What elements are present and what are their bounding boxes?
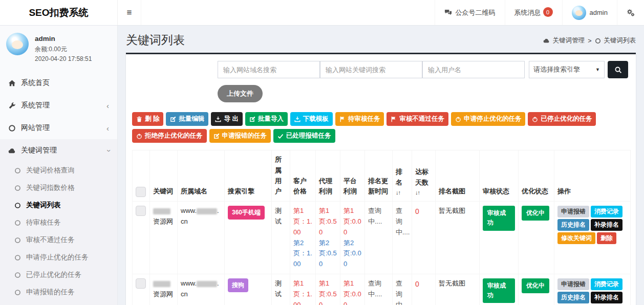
col-audit-status: 审核状态 — [480, 150, 519, 202]
power-icon — [532, 116, 538, 122]
col-rank-update: 排名更新时间 — [365, 150, 393, 202]
audit-failed-tasks-button[interactable]: 审核不通过任务 — [387, 112, 448, 126]
consume-record-button[interactable]: 消费记录 — [591, 206, 622, 217]
report-error-button[interactable]: 申请报错 — [557, 278, 589, 290]
sidebar-item-website[interactable]: 网站管理 ‹ — [0, 117, 117, 139]
keyword-search-input[interactable] — [320, 61, 422, 78]
sidebar-item-keyword-list[interactable]: 关键词列表 — [0, 197, 117, 214]
supplement-rank-button[interactable]: 补录排名 — [591, 219, 622, 231]
rank-cell: 查询中.... — [393, 274, 412, 305]
col-engine: 搜索引擎 — [225, 150, 272, 202]
stopped-tasks-button[interactable]: 已停止优化的任务 — [528, 112, 596, 126]
system-messages-label: 系统消息 — [514, 8, 541, 17]
row-checkbox[interactable] — [136, 206, 146, 216]
supplement-rank-button[interactable]: 补录排名 — [591, 292, 622, 303]
username-search-input[interactable] — [422, 61, 525, 78]
col-user: 所属用户 — [272, 150, 290, 202]
user-cell: 测试 — [272, 274, 290, 305]
domain-search-input[interactable] — [218, 61, 320, 78]
bulk-import-button[interactable]: 批量导入 — [245, 112, 288, 126]
sort-icon[interactable]: ↓↑ — [415, 188, 432, 198]
apply-stop-tasks-button[interactable]: 申请停止优化的任务 — [451, 112, 526, 126]
sidebar-item-apply-stop[interactable]: 申请停止优化的任务 — [0, 249, 117, 266]
platform-profit-cell: 第1页:0.00第2页:0.00 — [340, 274, 365, 305]
gears-icon — [627, 9, 635, 17]
search-engine-select[interactable]: 请选择搜索引擎 ▼ — [529, 61, 605, 78]
select-all-checkbox[interactable] — [136, 187, 146, 197]
redacted-text — [153, 281, 170, 287]
system-messages-menu-item[interactable]: 系统消息 0 — [505, 0, 562, 25]
sidebar-toggle-button[interactable]: ≡ — [118, 0, 141, 25]
sidebar-item-system[interactable]: 系统管理 ‹ — [0, 94, 117, 117]
sidebar-item-error-handled[interactable]: 已处理报错任务 — [0, 301, 117, 305]
screenshot-cell: 暂无截图 — [436, 274, 480, 305]
search-engine-select-value: 请选择搜索引擎 — [533, 65, 580, 74]
edit-keyword-button[interactable]: 修改关键词 — [557, 232, 595, 244]
history-rank-button[interactable]: 历史排名 — [557, 292, 589, 303]
sidebar-item-pending-audit[interactable]: 待审核任务 — [0, 214, 117, 231]
edit-icon — [249, 116, 255, 122]
col-days-sortable[interactable]: 达标天数 ↓↑ — [412, 150, 436, 202]
chevron-down-icon: ‹ — [104, 149, 112, 152]
customer-price-cell: 第1页：1.00第2页：1.00 — [290, 202, 316, 274]
circle-icon — [14, 289, 21, 296]
sidebar-item-keyword-management[interactable]: 关键词管理 ‹ — [0, 139, 117, 162]
circle-icon — [14, 202, 21, 209]
keyword-list-card: 请选择搜索引擎 ▼ 上传文件 删 除 批量编辑 导 — [126, 53, 636, 305]
sidebar-login-time: 2020-04-20 17:58:51 — [35, 54, 92, 64]
rank-update-cell: 查询中.... — [365, 274, 393, 305]
delete-button[interactable]: 删 除 — [132, 112, 163, 126]
history-rank-button[interactable]: 历史排名 — [557, 219, 589, 231]
cloud-icon — [543, 37, 550, 44]
flag-icon — [391, 116, 397, 122]
sort-icon[interactable]: ↓↑ — [396, 188, 409, 198]
keyword-cell: 资源网 — [150, 274, 178, 305]
col-optimize-status: 优化状态 — [519, 150, 554, 202]
export-button[interactable]: 导 出 — [211, 112, 242, 126]
select-arrow-icon: ▼ — [595, 67, 600, 72]
user-menu-item[interactable]: admin — [562, 0, 617, 25]
breadcrumb: 关键词管理 > 关键词列表 — [543, 32, 636, 45]
bulk-edit-button[interactable]: 批量编辑 — [166, 112, 208, 126]
screenshot-cell: 暂无截图 — [436, 202, 480, 274]
apply-error-tasks-button[interactable]: 申请报错的任务 — [209, 129, 271, 143]
search-button[interactable] — [608, 61, 628, 78]
search-icon — [614, 66, 622, 74]
sidebar-item-audit-failed[interactable]: 审核不通过任务 — [0, 231, 117, 249]
qr-code-menu-item[interactable]: 公众号二维码 — [435, 0, 505, 25]
circle-icon — [14, 237, 21, 244]
upload-file-button[interactable]: 上传文件 — [218, 85, 263, 102]
main-content: 关键词列表 关键词管理 > 关键词列表 请选择搜索引擎 ▼ — [118, 26, 644, 305]
delete-row-button[interactable]: 删除 — [597, 232, 616, 244]
pending-audit-tasks-button[interactable]: 待审核任务 — [335, 112, 384, 126]
submenu-label: 申请停止优化的任务 — [26, 253, 89, 262]
consume-record-button[interactable]: 消费记录 — [591, 278, 622, 290]
sidebar-item-apply-error[interactable]: 申请报错的任务 — [0, 284, 117, 301]
chevron-left-icon: ‹ — [106, 124, 109, 132]
sidebar-item-keyword-price-query[interactable]: 关键词价格查询 — [0, 162, 117, 179]
download-template-button[interactable]: 下载模板 — [290, 112, 333, 126]
settings-menu-item[interactable] — [617, 0, 644, 25]
app-logo: SEO扣费系统 — [0, 0, 118, 25]
top-navbar: SEO扣费系统 ≡ 公众号二维码 系统消息 0 admin — [0, 0, 644, 26]
reject-stop-tasks-button[interactable]: 拒绝停止优化的任务 — [132, 129, 207, 143]
messages-count-badge: 0 — [543, 7, 553, 17]
circle-icon — [14, 220, 21, 226]
sidebar-item-home[interactable]: 系统首页 — [0, 72, 117, 94]
days-cell: 0 — [412, 274, 436, 305]
sidebar-user-panel: admin 余额:0.00元 2020-04-20 17:58:51 — [0, 26, 117, 70]
report-error-button[interactable]: 申请报错 — [557, 206, 589, 217]
row-checkbox[interactable] — [136, 278, 146, 289]
sidebar-item-keyword-index-price[interactable]: 关键词指数价格 — [0, 179, 117, 197]
sidebar-username: admin — [35, 34, 92, 45]
breadcrumb-parent[interactable]: 关键词管理 — [553, 36, 585, 45]
submenu-label: 关键词列表 — [26, 201, 61, 210]
error-handled-tasks-button[interactable]: 已处理报错任务 — [273, 129, 335, 143]
sidebar-item-label: 系统首页 — [21, 78, 50, 88]
username-label: admin — [590, 9, 608, 16]
audit-status-badge: 审核成功 — [483, 206, 515, 230]
sidebar-balance: 余额:0.00元 — [35, 45, 92, 54]
redacted-text — [197, 281, 217, 287]
col-rank-sortable[interactable]: 排名 ↓↑ — [393, 150, 412, 202]
sidebar-item-stopped[interactable]: 已停止优化的任务 — [0, 266, 117, 284]
